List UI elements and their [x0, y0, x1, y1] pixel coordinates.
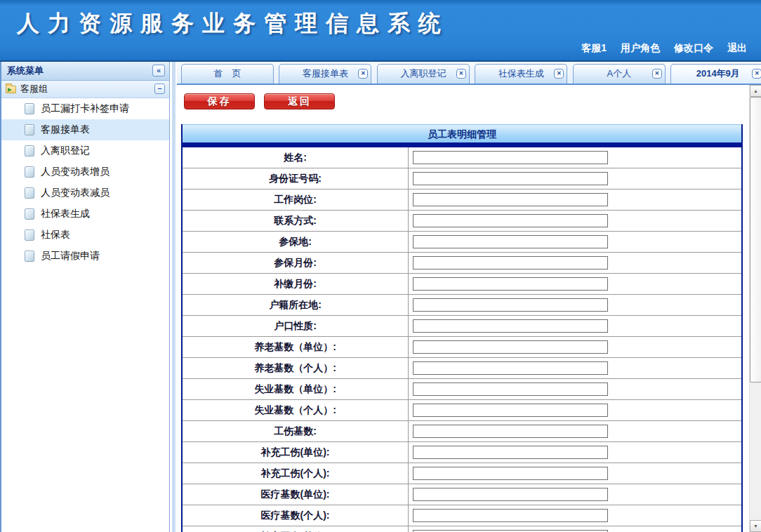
- sidebar-item-staff-decrease[interactable]: 人员变动表减员: [1, 182, 169, 204]
- document-icon: [25, 145, 34, 157]
- form-row-insured-place: 参保地:: [183, 232, 741, 253]
- sidebar-item-staff-increase[interactable]: 人员变动表增员: [1, 161, 169, 182]
- unemployment-base-employer-input[interactable]: [413, 383, 608, 396]
- sidebar-item-label: 入离职登记: [41, 145, 90, 157]
- insured-month-input[interactable]: [413, 256, 608, 270]
- scrollbar-thumb[interactable]: [750, 97, 761, 383]
- tab-label: 入离职登记: [400, 68, 446, 79]
- field-label: 参保地:: [183, 232, 409, 252]
- field-label: 补缴月份:: [183, 274, 409, 294]
- sidebar-item-label: 员工请假申请: [41, 250, 100, 262]
- field-label: 医疗基数(个人):: [183, 505, 409, 526]
- unemployment-base-personal-input[interactable]: [413, 404, 608, 417]
- sidebar-item-missed-punch[interactable]: 员工漏打卡补签申请: [1, 98, 169, 119]
- document-icon: [25, 187, 34, 199]
- field-label: 补充工伤(单位):: [183, 442, 409, 463]
- app-title: 人力资源服务业务管理信息系统: [17, 8, 449, 39]
- sidebar-item-label: 人员变动表增员: [41, 166, 110, 178]
- field-label: 工伤基数:: [183, 421, 409, 441]
- pension-base-personal-input[interactable]: [413, 361, 608, 375]
- folder-icon: [6, 86, 16, 93]
- tab-label: 社保表生成: [498, 68, 544, 79]
- group-collapse-button[interactable]: −: [154, 84, 165, 94]
- close-icon[interactable]: ✕: [456, 69, 466, 79]
- field-label: 姓名:: [183, 147, 409, 168]
- tab-label: 2014年9月: [696, 68, 740, 79]
- close-icon[interactable]: ✕: [652, 69, 662, 79]
- app-header: 人力资源服务业务管理信息系统 客服1 用户角色 修改口令 退出: [0, 0, 761, 62]
- field-label: 补充工伤(个人):: [183, 463, 409, 484]
- sidebar-collapse-button[interactable]: «: [152, 65, 165, 77]
- form-row-insured-month: 参保月份:: [183, 253, 741, 274]
- supp-injury-personal-input[interactable]: [413, 467, 608, 480]
- tab-onboarding[interactable]: 入离职登记 ✕: [377, 64, 470, 84]
- sidebar-item-service-order[interactable]: 客服接单表: [1, 119, 169, 140]
- document-icon: [25, 251, 34, 262]
- form-row-id-number: 身份证号码:: [183, 168, 741, 189]
- makeup-month-input[interactable]: [413, 277, 608, 291]
- field-label: 身份证号码:: [183, 168, 409, 189]
- toolbar: 保存 返回: [184, 93, 761, 109]
- field-label: 养老基数（个人）:: [183, 358, 409, 378]
- tab-2014-september[interactable]: 2014年9月 ✕: [670, 64, 761, 84]
- insured-place-input[interactable]: [413, 235, 608, 248]
- field-label: 户口性质:: [183, 316, 409, 336]
- sidebar-item-social-insurance-generate[interactable]: 社保表生成: [1, 204, 169, 225]
- form-title-divider: [183, 142, 741, 147]
- form-row-pension-base-personal: 养老基数（个人）:: [183, 358, 741, 379]
- document-icon: [25, 103, 34, 114]
- field-label: 医疗基数(单位):: [183, 484, 409, 505]
- header-link-logout[interactable]: 退出: [727, 42, 747, 55]
- header-link-user[interactable]: 客服1: [581, 42, 607, 55]
- sidebar-item-onboarding[interactable]: 入离职登记: [1, 140, 169, 161]
- medical-base-employer-input[interactable]: [413, 488, 608, 501]
- save-button[interactable]: 保存: [184, 93, 255, 109]
- sidebar-item-label: 员工漏打卡补签申请: [41, 102, 129, 115]
- close-icon[interactable]: ✕: [752, 69, 761, 79]
- form-row-injury-base: 工伤基数:: [183, 421, 741, 442]
- sidebar-item-leave-request[interactable]: 员工请假申请: [1, 246, 169, 267]
- form-row-name: 姓名:: [183, 147, 741, 168]
- vertical-scrollbar[interactable]: ▲ ▼: [749, 85, 761, 532]
- header-link-change-password[interactable]: 修改口令: [674, 42, 713, 55]
- sidebar-item-label: 社保表: [41, 229, 70, 241]
- field-label: 参保月份:: [183, 253, 409, 273]
- sidebar-group-label: 客服组: [20, 83, 48, 95]
- medical-base-personal-input[interactable]: [413, 509, 608, 522]
- form-row-supp-injury-employer: 补充工伤(单位):: [183, 442, 741, 463]
- sidebar-title: 系统菜单: [7, 65, 44, 76]
- back-button[interactable]: 返回: [264, 93, 335, 109]
- household-location-input[interactable]: [413, 298, 608, 312]
- header-links: 客服1 用户角色 修改口令 退出: [581, 42, 747, 55]
- form-row-pension-base-employer: 养老基数（单位）:: [183, 337, 741, 358]
- header-link-role[interactable]: 用户角色: [621, 42, 660, 55]
- sidebar-item-label: 社保表生成: [41, 208, 90, 220]
- tab-social-insurance-generate[interactable]: 社保表生成 ✕: [475, 64, 567, 84]
- id-number-input[interactable]: [413, 172, 608, 185]
- close-icon[interactable]: ✕: [554, 69, 564, 79]
- sidebar: 系统菜单 « 客服组 − 员工漏打卡补签申请 客服接单表 入离职登记 人员变动表…: [0, 62, 170, 532]
- scroll-up-icon[interactable]: ▲: [750, 85, 761, 97]
- document-icon: [25, 230, 34, 241]
- field-label: 户籍所在地:: [183, 295, 409, 315]
- contact-input[interactable]: [413, 214, 608, 227]
- household-type-input[interactable]: [413, 319, 608, 333]
- field-label: 联系方式:: [183, 211, 409, 231]
- form-row-household-location: 户籍所在地:: [183, 295, 741, 316]
- tab-label: A个人: [607, 68, 631, 79]
- sidebar-splitter[interactable]: [171, 62, 177, 532]
- sidebar-item-social-insurance-table[interactable]: 社保表: [1, 225, 169, 246]
- supp-injury-employer-input[interactable]: [413, 446, 608, 459]
- injury-base-input[interactable]: [413, 425, 608, 438]
- form-row-household-type: 户口性质:: [183, 316, 741, 337]
- pension-base-employer-input[interactable]: [413, 340, 608, 354]
- job-position-input[interactable]: [413, 193, 608, 206]
- name-input[interactable]: [413, 151, 608, 164]
- document-icon: [25, 124, 34, 135]
- close-icon[interactable]: ✕: [358, 69, 368, 79]
- tab-home[interactable]: 首 页: [181, 64, 274, 84]
- tab-a-personal[interactable]: A个人 ✕: [573, 64, 666, 84]
- tab-service-order[interactable]: 客服接单表 ✕: [279, 64, 371, 84]
- scroll-down-icon[interactable]: ▼: [750, 520, 761, 532]
- sidebar-group-customer-service[interactable]: 客服组 −: [1, 81, 169, 98]
